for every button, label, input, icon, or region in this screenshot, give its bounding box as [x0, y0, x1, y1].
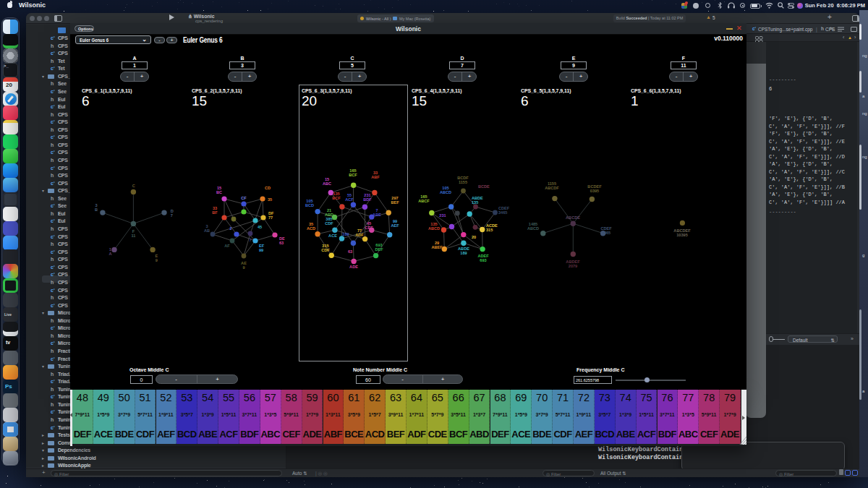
svg-text:BCF: BCF [349, 173, 357, 177]
svg-text:15: 15 [217, 186, 221, 190]
svg-text:ACE: ACE [328, 234, 337, 238]
svg-text:189: 189 [460, 251, 467, 255]
svg-text:10395: 10395 [676, 233, 688, 237]
svg-text:29: 29 [435, 241, 439, 245]
svg-text:ACD: ACD [307, 226, 315, 231]
svg-text:BCF: BCF [332, 196, 341, 200]
svg-text:ACF: ACF [345, 197, 354, 202]
svg-text:BCDE: BCDE [478, 184, 490, 189]
svg-text:55: 55 [347, 193, 352, 197]
svg-text:7: 7 [249, 238, 251, 242]
svg-text:20: 20 [472, 235, 476, 239]
svg-text:99: 99 [393, 219, 397, 223]
svg-text:3: 3 [205, 224, 208, 228]
svg-text:F: F [132, 229, 135, 234]
svg-text:BC: BC [216, 190, 222, 194]
svg-text:693: 693 [375, 243, 382, 247]
svg-text:ABF: ABF [371, 175, 380, 179]
svg-text:CDEF: CDEF [600, 226, 612, 231]
svg-text:189: 189 [342, 232, 349, 236]
svg-text:ABCD: ABCD [428, 226, 440, 231]
svg-text:2: 2 [229, 226, 231, 231]
svg-text:ACDE: ACDE [486, 223, 498, 228]
svg-text:315: 315 [486, 228, 493, 232]
svg-text:AB: AB [204, 228, 210, 233]
svg-text:35: 35 [268, 197, 272, 202]
svg-text:105: 105 [306, 199, 312, 203]
svg-text:63: 63 [348, 249, 352, 254]
svg-text:AF: AF [224, 244, 230, 248]
svg-text:11: 11 [131, 234, 135, 238]
svg-text:33: 33 [213, 206, 217, 210]
svg-text:B: B [95, 207, 98, 212]
svg-text:ADF: ADF [355, 233, 364, 237]
svg-text:ABD: ABD [325, 213, 333, 217]
svg-text:2079: 2079 [569, 264, 577, 268]
svg-text:231: 231 [364, 193, 370, 197]
svg-text:DE: DE [279, 236, 285, 241]
svg-text:45: 45 [258, 225, 262, 229]
svg-text:CEF: CEF [365, 226, 373, 230]
svg-text:105: 105 [442, 186, 448, 190]
svg-text:0395: 0395 [590, 189, 599, 193]
svg-text:3465: 3465 [498, 210, 507, 215]
svg-text:9: 9 [242, 265, 244, 270]
svg-text:ABDEF: ABDEF [566, 260, 580, 264]
svg-text:135: 135 [430, 222, 437, 226]
svg-text:CD: CD [265, 186, 271, 190]
svg-text:ABE: ABE [373, 213, 381, 217]
svg-text:ABDE: ABDE [458, 247, 469, 251]
svg-text:297: 297 [391, 196, 398, 200]
svg-text:1: 1 [109, 247, 111, 252]
svg-text:33: 33 [373, 171, 378, 175]
svg-text:EF: EF [259, 244, 265, 248]
svg-text:ABCD: ABCD [527, 226, 539, 231]
svg-text:135: 135 [333, 192, 339, 196]
svg-text:CDF: CDF [325, 221, 333, 226]
svg-text:21: 21 [327, 208, 331, 213]
svg-text:7: 7 [375, 208, 378, 213]
svg-text:15: 15 [325, 177, 329, 181]
svg-text:A: A [109, 252, 111, 256]
svg-text:77: 77 [357, 228, 362, 233]
svg-text:ABC: ABC [323, 181, 331, 186]
svg-text:ABCDF: ABCDF [545, 186, 559, 190]
svg-text:385: 385 [326, 217, 332, 221]
svg-text:ADE: ADE [349, 265, 358, 269]
svg-text:9: 9 [156, 258, 158, 262]
svg-text:ABCD: ABCD [440, 190, 451, 194]
svg-text:CDEF: CDEF [498, 206, 510, 210]
svg-text:BDF: BDF [363, 197, 372, 202]
svg-text:ABCDEF: ABCDEF [673, 228, 691, 233]
svg-text:45: 45 [367, 221, 371, 226]
svg-text:1155: 1155 [548, 181, 556, 186]
svg-text:BF: BF [212, 210, 218, 215]
svg-text:DEF: DEF [375, 247, 383, 252]
svg-text:ABDE: ABDE [472, 196, 483, 200]
svg-text:CDF: CDF [321, 248, 330, 252]
svg-text:1155: 1155 [459, 180, 467, 184]
svg-text:BCD: BCD [305, 203, 314, 207]
svg-text:BCDF: BCDF [457, 176, 469, 180]
svg-text:1485: 1485 [529, 222, 537, 226]
svg-text:165: 165 [349, 168, 356, 173]
svg-text:231: 231 [439, 213, 446, 218]
svg-text:ABEF: ABEF [431, 245, 443, 249]
svg-text:135: 135 [472, 200, 478, 205]
svg-text:3465: 3465 [602, 231, 610, 235]
svg-text:ADEF: ADEF [477, 254, 489, 258]
svg-text:BEF: BEF [391, 200, 399, 205]
svg-text:ABCDE: ABCDE [566, 215, 580, 220]
svg-text:99: 99 [259, 248, 263, 252]
svg-text:C: C [132, 184, 135, 188]
svg-text:315: 315 [322, 244, 328, 248]
svg-text:E: E [155, 254, 158, 258]
svg-text:165: 165 [420, 194, 427, 199]
svg-text:693: 693 [480, 258, 486, 262]
svg-text:AE: AE [241, 261, 247, 265]
svg-text:77: 77 [268, 215, 273, 220]
svg-text:35: 35 [309, 222, 313, 226]
svg-text:DF: DF [268, 211, 274, 215]
svg-text:AEF: AEF [391, 223, 399, 228]
svg-text:ABCF: ABCF [418, 199, 430, 203]
